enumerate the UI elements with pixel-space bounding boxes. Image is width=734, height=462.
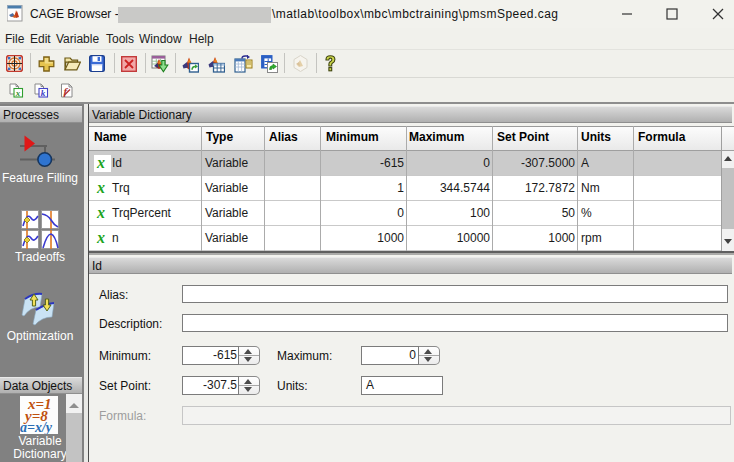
svg-text:x: x bbox=[15, 88, 21, 98]
svg-text:k: k bbox=[41, 88, 46, 98]
svg-text:a=x/y: a=x/y bbox=[20, 420, 53, 434]
